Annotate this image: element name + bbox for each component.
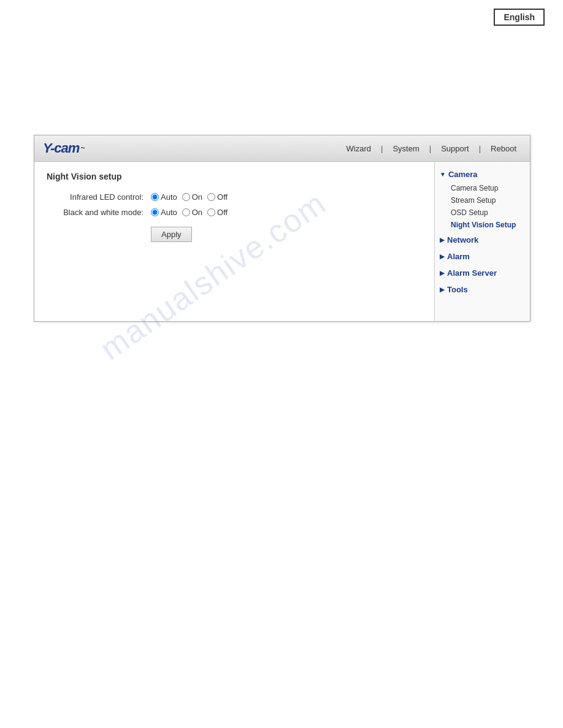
main-panel: Y-cam ~ Wizard | System | Support | Rebo… xyxy=(34,135,530,322)
nav-sep-2: | xyxy=(424,144,436,153)
sidebar-alarm-header[interactable]: ▶ Alarm xyxy=(435,249,530,264)
sidebar: ▼ Camera Camera Setup Stream Setup OSD S… xyxy=(435,162,530,321)
sidebar-section-alarm: ▶ Alarm xyxy=(435,249,530,264)
language-selector[interactable]: English xyxy=(494,9,545,26)
alarm-arrow-icon: ▶ xyxy=(440,253,445,260)
logo-text: Y-cam xyxy=(43,140,79,156)
infrared-led-label: Infrared LED control: xyxy=(53,192,151,202)
bw-off-radio[interactable] xyxy=(207,208,215,216)
sidebar-item-osd-setup[interactable]: OSD Setup xyxy=(446,207,530,219)
nav-system[interactable]: System xyxy=(388,144,424,153)
apply-button[interactable]: Apply xyxy=(151,227,192,242)
sidebar-item-camera-setup[interactable]: Camera Setup xyxy=(446,182,530,194)
bw-mode-row: Black and white mode: Auto On Off xyxy=(53,208,422,217)
sidebar-section-alarm-server: ▶ Alarm Server xyxy=(435,265,530,281)
nav-sep-1: | xyxy=(376,144,388,153)
infrared-off-option[interactable]: Off xyxy=(207,192,228,202)
camera-arrow-icon: ▼ xyxy=(440,171,446,178)
panel-body: Night Vision setup Infrared LED control:… xyxy=(34,162,530,321)
bw-on-label: On xyxy=(192,208,202,217)
bw-off-label: Off xyxy=(217,208,228,217)
infrared-led-row: Infrared LED control: Auto On Off xyxy=(53,192,422,202)
infrared-off-radio[interactable] xyxy=(207,193,215,201)
network-arrow-icon: ▶ xyxy=(440,237,445,243)
apply-row: Apply xyxy=(151,227,422,242)
infrared-auto-radio[interactable] xyxy=(151,193,159,201)
sidebar-alarm-label: Alarm xyxy=(447,252,470,261)
bw-on-option[interactable]: On xyxy=(182,208,202,217)
panel-header: Y-cam ~ Wizard | System | Support | Rebo… xyxy=(34,135,530,162)
sidebar-network-header[interactable]: ▶ Network xyxy=(435,232,530,248)
nav-links: Wizard | System | Support | Reboot xyxy=(342,144,521,153)
sidebar-section-tools: ▶ Tools xyxy=(435,282,530,297)
nav-support[interactable]: Support xyxy=(436,144,474,153)
ycam-logo: Y-cam ~ xyxy=(43,140,84,156)
section-title: Night Vision setup xyxy=(47,172,422,181)
nav-reboot[interactable]: Reboot xyxy=(486,144,521,153)
alarm-server-arrow-icon: ▶ xyxy=(440,270,445,276)
bw-auto-option[interactable]: Auto xyxy=(151,208,177,217)
sidebar-alarm-server-header[interactable]: ▶ Alarm Server xyxy=(435,265,530,281)
sidebar-tools-header[interactable]: ▶ Tools xyxy=(435,282,530,297)
sidebar-section-network: ▶ Network xyxy=(435,232,530,248)
sidebar-network-label: Network xyxy=(447,235,478,245)
sidebar-tools-label: Tools xyxy=(447,285,468,294)
nav-sep-3: | xyxy=(474,144,486,153)
bw-off-option[interactable]: Off xyxy=(207,208,228,217)
bw-mode-radio-group: Auto On Off xyxy=(151,208,228,217)
infrared-auto-label: Auto xyxy=(161,192,177,202)
infrared-on-option[interactable]: On xyxy=(182,192,202,202)
form-table: Infrared LED control: Auto On Off xyxy=(53,192,422,217)
infrared-on-radio[interactable] xyxy=(182,193,190,201)
tools-arrow-icon: ▶ xyxy=(440,286,445,293)
sidebar-item-night-vision-setup[interactable]: Night Vision Setup xyxy=(446,219,530,231)
bw-mode-label: Black and white mode: xyxy=(53,208,151,217)
sidebar-camera-items: Camera Setup Stream Setup OSD Setup Nigh… xyxy=(435,182,530,231)
sidebar-section-camera: ▼ Camera Camera Setup Stream Setup OSD S… xyxy=(435,167,530,231)
sidebar-item-stream-setup[interactable]: Stream Setup xyxy=(446,194,530,207)
nav-wizard[interactable]: Wizard xyxy=(342,144,376,153)
content-area: Night Vision setup Infrared LED control:… xyxy=(34,162,435,321)
bw-auto-radio[interactable] xyxy=(151,208,159,216)
infrared-auto-option[interactable]: Auto xyxy=(151,192,177,202)
sidebar-camera-header[interactable]: ▼ Camera xyxy=(435,167,530,182)
infrared-led-radio-group: Auto On Off xyxy=(151,192,228,202)
sidebar-alarm-server-label: Alarm Server xyxy=(447,268,497,278)
bw-auto-label: Auto xyxy=(161,208,177,217)
infrared-off-label: Off xyxy=(217,192,228,202)
infrared-on-label: On xyxy=(192,192,202,202)
bw-on-radio[interactable] xyxy=(182,208,190,216)
wifi-icon: ~ xyxy=(80,144,84,153)
sidebar-camera-label: Camera xyxy=(448,170,478,179)
